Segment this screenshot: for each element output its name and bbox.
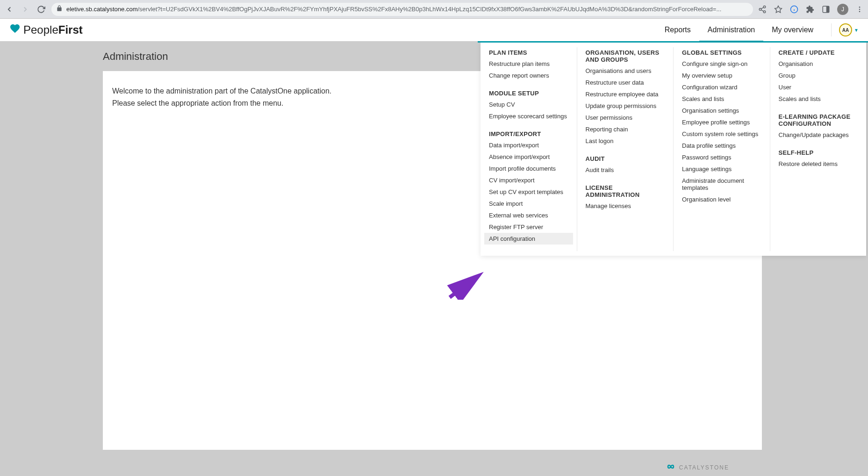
link-config-wizard[interactable]: Configuration wizard [677, 81, 766, 93]
heading-global-settings: GLOBAL SETTINGS [677, 47, 766, 58]
nav-reports[interactable]: Reports [656, 19, 699, 41]
link-restructure-user[interactable]: Restructure user data [581, 77, 670, 88]
heart-icon [9, 23, 21, 37]
link-emp-profile-settings[interactable]: Employee profile settings [677, 116, 766, 128]
svg-rect-10 [826, 6, 829, 13]
link-org-level[interactable]: Organisation level [677, 194, 766, 205]
menu-column-2: ORGANISATION, USERS AND GROUPS Organisat… [577, 47, 674, 251]
menu-column-3: GLOBAL SETTINGS Configure single sign-on… [674, 47, 770, 251]
extensions-icon[interactable] [805, 5, 815, 14]
link-sso[interactable]: Configure single sign-on [677, 58, 766, 70]
link-update-group-perms[interactable]: Update group permissions [581, 100, 670, 112]
nav-administration-label: Administration [708, 26, 755, 34]
link-scales-lists[interactable]: Scales and lists [677, 93, 766, 105]
link-api-configuration[interactable]: API configuration [484, 233, 573, 245]
svg-marker-5 [775, 6, 782, 12]
link-manage-licenses[interactable]: Manage licenses [581, 200, 670, 212]
svg-point-12 [859, 8, 861, 10]
heading-audit: AUDIT [581, 153, 670, 164]
link-create-group[interactable]: Group [774, 70, 863, 81]
link-setup-cv[interactable]: Setup CV [484, 99, 573, 110]
section-audit: AUDIT Audit trails [581, 153, 670, 176]
svg-point-1 [759, 8, 761, 10]
panel-icon[interactable] [821, 5, 831, 14]
svg-point-11 [859, 7, 861, 8]
footer: CATALYSTONE [103, 462, 762, 472]
chrome-actions: J [758, 4, 864, 15]
menu-column-1: PLAN ITEMS Restructure plan items Change… [481, 47, 577, 251]
link-custom-role-settings[interactable]: Custom system role settings [677, 128, 766, 140]
svg-point-0 [763, 6, 766, 8]
section-self-help: SELF-HELP Restore deleted items [774, 147, 863, 170]
link-restore-deleted[interactable]: Restore deleted items [774, 158, 863, 170]
link-restructure-employee[interactable]: Restructure employee data [581, 88, 670, 100]
link-data-profile-settings[interactable]: Data profile settings [677, 140, 766, 151]
section-global-settings: GLOBAL SETTINGS Configure single sign-on… [677, 47, 766, 205]
share-icon[interactable] [758, 5, 767, 14]
nav-administration[interactable]: Administration [699, 19, 763, 41]
profile-avatar[interactable]: J [837, 4, 848, 15]
link-change-report-owners[interactable]: Change report owners [484, 70, 573, 81]
infinity-icon [665, 462, 676, 472]
menu-icon[interactable] [855, 5, 864, 14]
link-restructure-plan-items[interactable]: Restructure plan items [484, 58, 573, 70]
logo[interactable]: PeopleFirst [9, 23, 83, 37]
menu-column-4: CREATE / UPDATE Organisation Group User … [770, 47, 867, 251]
footer-brand: CATALYSTONE [679, 464, 729, 471]
app-header: PeopleFirst Reports Administration My ov… [0, 19, 868, 41]
section-create-update: CREATE / UPDATE Organisation Group User … [774, 47, 863, 105]
section-org-users-groups: ORGANISATION, USERS AND GROUPS Organisat… [581, 47, 670, 147]
star-icon[interactable] [774, 5, 783, 14]
link-create-user[interactable]: User [774, 81, 863, 93]
link-external-web-services[interactable]: External web services [484, 209, 573, 221]
link-last-logon[interactable]: Last logon [581, 135, 670, 147]
welcome-line-1: Welcome to the administration part of th… [112, 87, 331, 95]
link-cv-export-templates[interactable]: Set up CV export templates [484, 186, 573, 198]
logo-text: PeopleFirst [23, 23, 83, 36]
link-audit-trails[interactable]: Audit trails [581, 164, 670, 176]
back-button[interactable] [4, 4, 15, 15]
link-absence-import-export[interactable]: Absence import/export [484, 151, 573, 163]
link-scale-import[interactable]: Scale import [484, 198, 573, 209]
accent-line [478, 41, 868, 43]
link-change-packages[interactable]: Change/Update packages [774, 129, 863, 141]
lock-icon [56, 5, 63, 13]
browser-chrome: eletive.sb.catalystone.com/servlet?t=U2F… [0, 0, 868, 19]
user-menu[interactable]: AA ▼ [831, 23, 859, 36]
link-register-ftp[interactable]: Register FTP server [484, 221, 573, 233]
url-bar[interactable]: eletive.sb.catalystone.com/servlet?t=U2F… [51, 3, 753, 16]
link-cv-import-export[interactable]: CV import/export [484, 174, 573, 186]
link-language-settings[interactable]: Language settings [677, 163, 766, 175]
admin-mega-menu: PLAN ITEMS Restructure plan items Change… [481, 43, 866, 256]
svg-line-4 [761, 7, 763, 8]
link-password-settings[interactable]: Password settings [677, 151, 766, 163]
section-elearning: E-LEARNING PACKAGE CONFIGURATION Change/… [774, 111, 863, 141]
svg-point-2 [763, 11, 766, 13]
link-org-settings[interactable]: Organisation settings [677, 105, 766, 116]
info-icon[interactable] [789, 5, 799, 14]
url-text: eletive.sb.catalystone.com/servlet?t=U2F… [66, 6, 748, 13]
heading-import-export: IMPORT/EXPORT [484, 129, 573, 139]
link-create-scales[interactable]: Scales and lists [774, 93, 863, 105]
heading-self-help: SELF-HELP [774, 147, 863, 158]
main-nav: Reports Administration My overview [656, 19, 822, 41]
section-plan-items: PLAN ITEMS Restructure plan items Change… [484, 47, 573, 81]
section-license: LICENSE ADMINISTRATION Manage licenses [581, 182, 670, 212]
link-doc-templates[interactable]: Administrate document templates [677, 175, 766, 194]
link-org-and-users[interactable]: Organisations and users [581, 65, 670, 77]
link-user-permissions[interactable]: User permissions [581, 112, 670, 123]
link-employee-scorecard[interactable]: Employee scorecard settings [484, 110, 573, 122]
link-import-profile-docs[interactable]: Import profile documents [484, 163, 573, 174]
nav-right: Reports Administration My overview AA ▼ [656, 19, 859, 41]
link-my-overview-setup[interactable]: My overview setup [677, 70, 766, 81]
heading-license: LICENSE ADMINISTRATION [581, 182, 670, 200]
user-badge: AA [839, 23, 852, 36]
heading-plan-items: PLAN ITEMS [484, 47, 573, 58]
link-data-import-export[interactable]: Data import/export [484, 139, 573, 151]
forward-button[interactable] [20, 4, 31, 15]
reload-button[interactable] [36, 4, 47, 15]
nav-my-overview[interactable]: My overview [763, 19, 822, 41]
link-create-org[interactable]: Organisation [774, 58, 863, 70]
heading-elearning: E-LEARNING PACKAGE CONFIGURATION [774, 111, 863, 129]
link-reporting-chain[interactable]: Reporting chain [581, 123, 670, 135]
